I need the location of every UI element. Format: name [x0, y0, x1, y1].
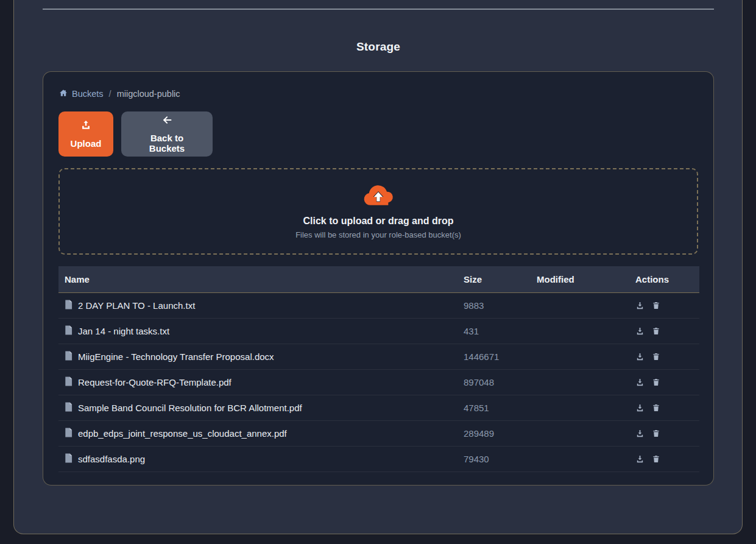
file-table-body: 2 DAY PLAN TO - Launch.txt 9883	[58, 292, 699, 472]
column-header-size: Size	[462, 266, 535, 292]
table-row: Request-for-Quote-RFQ-Template.pdf 89704…	[58, 369, 699, 395]
toolbar: Upload Back to Buckets	[58, 111, 698, 157]
trash-icon	[652, 378, 660, 387]
download-button[interactable]	[635, 301, 645, 310]
trash-icon	[652, 327, 660, 336]
file-size: 1446671	[462, 344, 535, 369]
delete-button[interactable]	[652, 454, 660, 464]
file-size: 47851	[462, 395, 535, 420]
delete-button[interactable]	[652, 378, 660, 387]
file-name: MiigEngine - Technology Transfer Proposa…	[78, 351, 274, 362]
dropzone-title: Click to upload or drag and drop	[303, 216, 453, 227]
download-icon	[635, 352, 645, 361]
delete-button[interactable]	[652, 352, 660, 361]
file-name: Request-for-Quote-RFQ-Template.pdf	[78, 377, 231, 387]
file-modified	[535, 369, 634, 395]
trash-icon	[652, 454, 660, 464]
file-icon	[65, 325, 72, 337]
delete-button[interactable]	[652, 403, 660, 412]
file-icon	[65, 402, 72, 414]
download-button[interactable]	[635, 429, 645, 438]
table-row: Jan 14 - night tasks.txt 431	[58, 318, 699, 344]
file-modified	[535, 292, 634, 318]
delete-button[interactable]	[652, 429, 660, 438]
table-header-row: Name Size Modified Actions	[58, 266, 699, 292]
trash-icon	[652, 429, 660, 438]
table-row: edpb_edps_joint_response_us_cloudact_ann…	[58, 420, 699, 446]
download-button[interactable]	[635, 378, 645, 387]
arrow-left-icon	[161, 115, 174, 127]
cloud-upload-icon	[362, 183, 395, 210]
breadcrumb-current: miigcloud-public	[117, 89, 180, 99]
table-row: 2 DAY PLAN TO - Launch.txt 9883	[58, 292, 699, 318]
upload-icon	[80, 119, 92, 133]
download-button[interactable]	[635, 403, 645, 412]
table-row: sdfasdfasda.png 79430	[58, 446, 699, 472]
file-name: Jan 14 - night tasks.txt	[78, 326, 169, 336]
breadcrumb-root-label: Buckets	[72, 89, 104, 99]
file-icon	[65, 376, 72, 388]
column-header-name: Name	[58, 266, 462, 292]
file-icon	[65, 428, 72, 439]
file-name: Sample Band Council Resolution for BCR A…	[78, 403, 302, 413]
file-size: 9883	[462, 292, 535, 318]
file-icon	[65, 351, 72, 362]
file-modified	[535, 420, 634, 446]
file-size: 897048	[462, 369, 535, 395]
download-button[interactable]	[635, 454, 645, 464]
back-button-label: Back to Buckets	[135, 133, 199, 154]
file-table: Name Size Modified Actions 2 DAY PLAN TO…	[58, 266, 699, 472]
table-row: MiigEngine - Technology Transfer Proposa…	[58, 344, 699, 369]
column-header-modified: Modified	[535, 266, 634, 292]
download-icon	[635, 378, 645, 387]
file-modified	[535, 395, 634, 420]
file-modified	[535, 446, 634, 472]
download-icon	[635, 429, 645, 438]
download-icon	[635, 454, 645, 464]
upload-button[interactable]: Upload	[58, 111, 113, 157]
download-button[interactable]	[635, 327, 645, 336]
download-icon	[635, 403, 645, 412]
storage-card: Buckets / miigcloud-public Upload Back t…	[43, 71, 714, 486]
home-icon	[58, 88, 68, 99]
trash-icon	[652, 352, 660, 361]
file-modified	[535, 344, 634, 369]
download-icon	[635, 327, 645, 336]
delete-button[interactable]	[652, 327, 660, 336]
file-modified	[535, 318, 634, 344]
upload-dropzone[interactable]: Click to upload or drag and drop Files w…	[58, 168, 698, 255]
header-divider	[43, 9, 714, 10]
file-size: 431	[462, 318, 535, 344]
trash-icon	[652, 403, 660, 412]
table-row: Sample Band Council Resolution for BCR A…	[58, 395, 699, 420]
dropzone-subtitle: Files will be stored in your role-based …	[295, 230, 461, 239]
download-icon	[635, 301, 645, 310]
file-icon	[65, 300, 72, 311]
file-name: 2 DAY PLAN TO - Launch.txt	[78, 300, 195, 311]
back-to-buckets-button[interactable]: Back to Buckets	[121, 111, 213, 157]
file-name: edpb_edps_joint_response_us_cloudact_ann…	[78, 428, 287, 439]
file-name: sdfasdfasda.png	[78, 454, 145, 464]
page-title: Storage	[43, 40, 714, 54]
column-header-actions: Actions	[634, 266, 699, 292]
trash-icon	[652, 301, 660, 310]
download-button[interactable]	[635, 352, 645, 361]
file-size: 289489	[462, 420, 535, 446]
breadcrumb-separator: /	[109, 89, 111, 99]
breadcrumb: Buckets / miigcloud-public	[58, 88, 698, 100]
delete-button[interactable]	[652, 301, 660, 310]
file-size: 79430	[462, 446, 535, 472]
file-icon	[65, 453, 72, 465]
upload-button-label: Upload	[71, 138, 102, 149]
breadcrumb-buckets-link[interactable]: Buckets	[58, 88, 104, 99]
